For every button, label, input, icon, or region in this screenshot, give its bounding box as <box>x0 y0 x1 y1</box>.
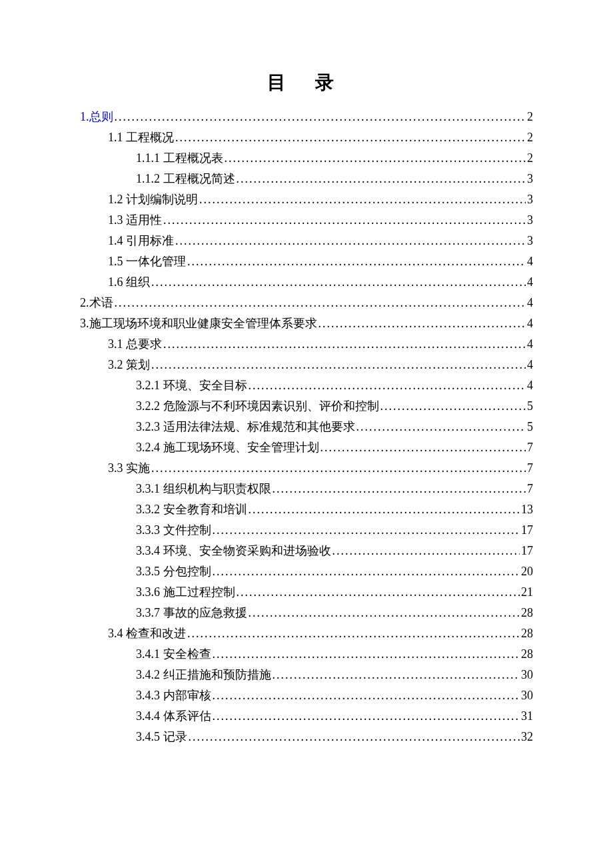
toc-entry[interactable]: 3.3.2 安全教育和培训13 <box>80 503 533 515</box>
toc-entry-label: 3.3.6 施工过程控制 <box>136 586 235 598</box>
toc-entry-label: 3.2.1 环境、安全目标 <box>136 379 247 391</box>
toc-entry-page: 7 <box>527 483 533 495</box>
toc-entry[interactable]: 1.总则2 <box>80 111 533 123</box>
toc-entry-page: 4 <box>527 276 533 288</box>
toc-entry[interactable]: 1.1.2 工程概况简述3 <box>80 173 533 185</box>
toc-entry[interactable]: 3.3.5 分包控制20 <box>80 565 533 577</box>
toc-entry-label: 1.4 引用标准 <box>108 235 174 247</box>
toc-entry-label: 1.1.1 工程概况表 <box>136 152 223 164</box>
toc-entry[interactable]: 3.4.2 纠正措施和预防措施30 <box>80 669 533 681</box>
toc-entry[interactable]: 3.2.2 危险源与不利环境因素识别、评价和控制5 <box>80 400 533 412</box>
toc-entry[interactable]: 1.1 工程概况2 <box>80 131 533 143</box>
toc-entry-page: 4 <box>527 317 533 329</box>
toc-entry-label: 3.3.5 分包控制 <box>136 565 211 577</box>
toc-entry[interactable]: 3.1 总要求4 <box>80 338 533 350</box>
toc-entry[interactable]: 3.2.3 适用法律法规、标准规范和其他要求5 <box>80 421 533 433</box>
toc-entry-label: 3.2.3 适用法律法规、标准规范和其他要求 <box>136 421 355 433</box>
toc-entry-page: 13 <box>521 503 533 515</box>
document-page: 目 录 1.总则21.1 工程概况21.1.1 工程概况表21.1.2 工程概况… <box>0 0 613 791</box>
toc-entry-page: 3 <box>527 173 533 185</box>
toc-entry-page: 2 <box>527 111 533 123</box>
toc-entry[interactable]: 3.3.6 施工过程控制21 <box>80 586 533 598</box>
toc-entry-label: 3.施工现场环境和职业健康安全管理体系要求 <box>80 317 317 329</box>
toc-leader-dots <box>163 214 526 226</box>
toc-entry-page: 4 <box>527 338 533 350</box>
toc-leader-dots <box>249 607 520 619</box>
toc-entry-page: 7 <box>527 441 533 453</box>
toc-leader-dots <box>189 731 520 743</box>
toc-leader-dots <box>187 255 526 267</box>
toc-leader-dots <box>273 669 520 681</box>
toc-entry[interactable]: 3.2 策划4 <box>80 359 533 371</box>
toc-leader-dots <box>273 483 526 495</box>
toc-entry[interactable]: 3.施工现场环境和职业健康安全管理体系要求4 <box>80 317 533 329</box>
toc-entry-page: 21 <box>521 586 533 598</box>
toc-leader-dots <box>213 524 520 536</box>
toc-leader-dots <box>380 400 526 412</box>
toc-entry-label: 1.5 一体化管理 <box>108 255 186 267</box>
toc-entry-page: 28 <box>521 607 533 619</box>
toc-entry-page: 3 <box>527 214 533 226</box>
toc-entry-label: 3.3 实施 <box>108 462 150 474</box>
toc-entry-page: 4 <box>527 379 533 391</box>
toc-leader-dots <box>249 379 526 391</box>
toc-entry[interactable]: 3.4 检查和改进28 <box>80 627 533 639</box>
toc-entry[interactable]: 3.4.5 记录32 <box>80 731 533 743</box>
toc-entry-label: 3.4.1 安全检查 <box>136 648 211 660</box>
toc-entry-page: 28 <box>521 648 533 660</box>
toc-entry[interactable]: 1.6 组织4 <box>80 276 533 288</box>
toc-entry[interactable]: 3.3.3 文件控制17 <box>80 524 533 536</box>
toc-leader-dots <box>237 586 520 598</box>
toc-entry-label: 3.4.2 纠正措施和预防措施 <box>136 669 271 681</box>
toc-entry[interactable]: 3.3.1 组织机构与职责权限7 <box>80 483 533 495</box>
toc-entry-page: 5 <box>527 421 533 433</box>
toc-entry-label: 3.4.3 内部审核 <box>136 689 211 701</box>
toc-entry[interactable]: 1.1.1 工程概况表2 <box>80 152 533 164</box>
toc-entry-label: 3.3.3 文件控制 <box>136 524 211 536</box>
toc-entry[interactable]: 3.4.1 安全检查28 <box>80 648 533 660</box>
toc-entry-label: 3.4.4 体系评估 <box>136 710 211 722</box>
toc-entry[interactable]: 3.3 实施7 <box>80 462 533 474</box>
toc-leader-dots <box>249 503 520 515</box>
toc-entry-page: 4 <box>527 255 533 267</box>
toc-entry[interactable]: 1.4 引用标准3 <box>80 235 533 247</box>
toc-entry[interactable]: 3.2.4 施工现场环境、安全管理计划7 <box>80 441 533 453</box>
toc-leader-dots <box>151 462 526 474</box>
toc-entry-label: 3.3.1 组织机构与职责权限 <box>136 483 271 495</box>
toc-entry-label: 1.3 适用性 <box>108 214 162 226</box>
toc-entry[interactable]: 3.4.3 内部审核30 <box>80 689 533 701</box>
toc-entry-page: 2 <box>527 152 533 164</box>
toc-leader-dots <box>318 317 526 329</box>
toc-entry[interactable]: 3.3.4 环境、安全物资采购和进场验收17 <box>80 545 533 557</box>
toc-leader-dots <box>213 710 520 722</box>
toc-entry[interactable]: 1.3 适用性3 <box>80 214 533 226</box>
toc-container: 1.总则21.1 工程概况21.1.1 工程概况表21.1.2 工程概况简述31… <box>80 111 533 743</box>
toc-entry-page: 4 <box>527 297 533 309</box>
toc-entry-page: 7 <box>527 462 533 474</box>
toc-entry[interactable]: 1.5 一体化管理4 <box>80 255 533 267</box>
toc-entry-label: 1.总则 <box>80 111 113 123</box>
toc-leader-dots <box>115 111 526 123</box>
toc-entry-label: 3.4.5 记录 <box>136 731 187 743</box>
toc-entry-label: 2.术语 <box>80 297 113 309</box>
toc-entry-page: 20 <box>521 565 533 577</box>
toc-entry[interactable]: 2.术语4 <box>80 297 533 309</box>
toc-leader-dots <box>199 193 526 205</box>
toc-entry[interactable]: 1.2 计划编制说明3 <box>80 193 533 205</box>
toc-entry[interactable]: 3.2.1 环境、安全目标4 <box>80 379 533 391</box>
toc-entry-page: 32 <box>521 731 533 743</box>
toc-entry-page: 3 <box>527 235 533 247</box>
toc-entry-label: 3.2.2 危险源与不利环境因素识别、评价和控制 <box>136 400 379 412</box>
toc-entry-page: 28 <box>521 627 533 639</box>
toc-entry[interactable]: 3.4.4 体系评估31 <box>80 710 533 722</box>
toc-entry-label: 1.2 计划编制说明 <box>108 193 198 205</box>
toc-entry[interactable]: 3.3.7 事故的应急救援28 <box>80 607 533 619</box>
toc-leader-dots <box>213 689 520 701</box>
toc-entry-label: 1.6 组织 <box>108 276 150 288</box>
toc-leader-dots <box>356 421 526 433</box>
toc-leader-dots <box>115 297 526 309</box>
toc-leader-dots <box>320 441 526 453</box>
toc-leader-dots <box>213 565 520 577</box>
toc-leader-dots <box>175 131 526 143</box>
toc-entry-label: 3.2.4 施工现场环境、安全管理计划 <box>136 441 319 453</box>
